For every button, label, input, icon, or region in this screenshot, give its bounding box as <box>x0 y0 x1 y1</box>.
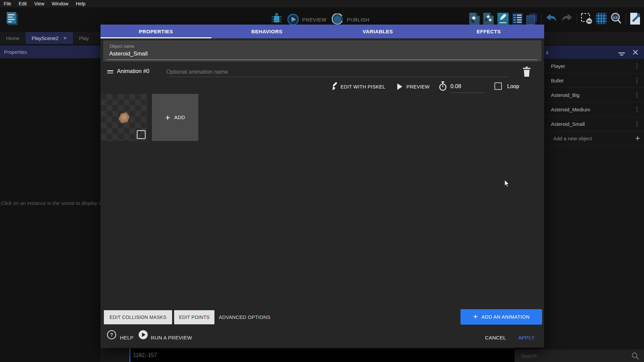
toolbar-separator <box>577 13 577 25</box>
stopwatch-icon <box>439 81 447 92</box>
svg-text:?: ? <box>110 332 113 337</box>
scene-objects-icon[interactable] <box>469 13 480 26</box>
run-preview-icon[interactable] <box>138 330 148 341</box>
asteroid-sprite <box>117 112 131 124</box>
object-row-bullet[interactable]: Bullet ⋮ <box>544 73 644 88</box>
add-frame-button[interactable]: + ADD <box>152 94 198 141</box>
undo-icon[interactable] <box>545 13 557 25</box>
add-an-animation-button[interactable]: + ADD AN ANIMATION <box>460 309 542 325</box>
advanced-options-button[interactable]: ADVANCED OPTIONS <box>219 310 271 324</box>
objects-panel-title-tail: s <box>544 49 549 55</box>
preview-button[interactable]: PREVIEW <box>287 13 326 26</box>
tab-behaviors[interactable]: BEHAVIORS <box>211 25 322 38</box>
search-icon[interactable] <box>631 352 639 360</box>
preview-label: PREVIEW <box>302 17 326 23</box>
objects-panel: s Player ⋮ Bullet ⋮ Asteroid_Big ⋮ <box>544 44 644 350</box>
menu-view[interactable]: View <box>31 1 48 6</box>
time-field-underline <box>450 93 485 93</box>
close-panel-icon[interactable] <box>633 50 638 56</box>
grid-icon[interactable] <box>596 13 607 26</box>
time-between-frames-field[interactable]: 0.08 <box>450 83 461 89</box>
tab-partial-label: Play <box>79 35 89 41</box>
tab-variables[interactable]: VARIABLES <box>322 25 433 38</box>
tab-home[interactable]: Home <box>0 32 26 44</box>
run-a-preview-button[interactable]: RUN A PREVIEW <box>151 335 192 340</box>
events-sheet-icon[interactable] <box>512 13 523 26</box>
object-name-field[interactable]: Asteroid_Small <box>109 50 148 57</box>
menu-edit[interactable]: Edit <box>15 1 31 6</box>
edit-points-button[interactable]: EDIT POINTS <box>174 310 214 324</box>
svg-text:1:1: 1:1 <box>613 15 618 19</box>
plus-icon: + <box>165 113 170 122</box>
publish-button[interactable]: PUBLISH <box>332 13 369 26</box>
menu-file[interactable]: File <box>0 1 15 6</box>
cancel-button[interactable]: CANCEL <box>485 335 506 340</box>
menu-bar: File Edit View Window Help <box>0 0 644 7</box>
loop-checkbox[interactable] <box>494 82 502 90</box>
add-new-object-label: Add a new object <box>553 136 592 141</box>
animation-title: Animation #0 <box>117 68 149 74</box>
publish-globe-icon <box>332 13 344 26</box>
scene-properties-icon[interactable] <box>630 13 640 26</box>
help-icon[interactable]: ? <box>107 330 116 341</box>
tab-properties[interactable]: PROPERTIES <box>100 25 211 38</box>
objects-panel-header: s <box>544 46 644 59</box>
apply-button[interactable]: APPLY <box>518 335 535 340</box>
frame-thumbnail[interactable] <box>101 94 147 141</box>
help-button[interactable]: HELP <box>120 335 133 340</box>
toolbar-separator <box>626 13 626 25</box>
menu-help[interactable]: Help <box>72 1 89 6</box>
edit-scene-icon[interactable] <box>497 13 509 26</box>
edit-with-piskel-button[interactable]: EDIT WITH PISKEL <box>340 84 385 89</box>
properties-panel-title: Properties <box>4 49 27 55</box>
tab-playscene2[interactable]: PlayScene2 ✕ <box>26 32 73 44</box>
delete-animation-icon[interactable] <box>522 67 531 78</box>
kebab-menu-icon[interactable]: ⋮ <box>634 106 640 112</box>
loop-label: Loop <box>507 83 519 89</box>
frame-select-checkbox[interactable] <box>137 130 146 139</box>
tab-effects[interactable]: EFFECTS <box>433 25 544 38</box>
toolbar-separator <box>541 13 541 25</box>
objects-list-icon[interactable] <box>483 13 494 26</box>
drag-handle-icon[interactable] <box>107 70 113 73</box>
add-new-object-row[interactable]: Add a new object + <box>544 131 644 146</box>
search-bar <box>515 350 644 362</box>
publish-label: PUBLISH <box>347 17 369 23</box>
kebab-menu-icon[interactable]: ⋮ <box>634 121 640 127</box>
object-name-section: Object name Asteroid_Small <box>103 40 541 62</box>
active-tab-indicator <box>100 37 211 38</box>
edit-collision-masks-button[interactable]: EDIT COLLISION MASKS <box>104 310 172 324</box>
tab-playscene2-label: PlayScene2 <box>32 35 58 41</box>
add-an-animation-label: ADD AN ANIMATION <box>481 314 529 320</box>
object-row-asteroid-small[interactable]: Asteroid_Small ⋮ <box>544 117 644 131</box>
object-row-label: Asteroid_Medium <box>551 107 590 112</box>
external-layouts-icon[interactable] <box>526 13 537 26</box>
object-row-player[interactable]: Player ⋮ <box>544 59 644 73</box>
kebab-menu-icon[interactable]: ⋮ <box>634 63 640 69</box>
mask-deselect-icon[interactable] <box>581 13 592 26</box>
object-name-label: Object name <box>110 44 134 49</box>
kebab-menu-icon[interactable]: ⋮ <box>634 92 640 98</box>
object-row-asteroid-big[interactable]: Asteroid_Big ⋮ <box>544 88 644 102</box>
properties-panel-hint: Click on an instance in the scene to dis… <box>0 199 100 208</box>
project-manager-icon[interactable] <box>5 11 20 28</box>
close-tab-icon[interactable]: ✕ <box>63 36 67 41</box>
object-name-underline <box>107 60 537 60</box>
kebab-menu-icon[interactable]: ⋮ <box>634 77 640 83</box>
preview-animation-button[interactable]: PREVIEW <box>406 84 430 89</box>
properties-panel-header: Properties <box>0 45 100 58</box>
search-input[interactable] <box>515 353 631 359</box>
brush-icon <box>330 82 339 92</box>
object-row-label: Player <box>551 63 565 69</box>
tab-home-label: Home <box>6 35 19 41</box>
redo-icon[interactable] <box>561 13 573 25</box>
gdevelop-window: File Edit View Window Help <box>0 0 644 362</box>
zoom-1-1-icon[interactable]: 1:1 <box>610 12 622 26</box>
cursor-coordinates: 1182;-157 <box>133 352 157 358</box>
tab-partial[interactable]: Play <box>73 32 95 44</box>
filter-icon[interactable] <box>618 51 625 57</box>
plus-icon: + <box>635 134 640 142</box>
animation-name-input[interactable] <box>166 67 509 77</box>
menu-window[interactable]: Window <box>48 1 72 6</box>
object-row-asteroid-medium[interactable]: Asteroid_Medium ⋮ <box>544 102 644 117</box>
